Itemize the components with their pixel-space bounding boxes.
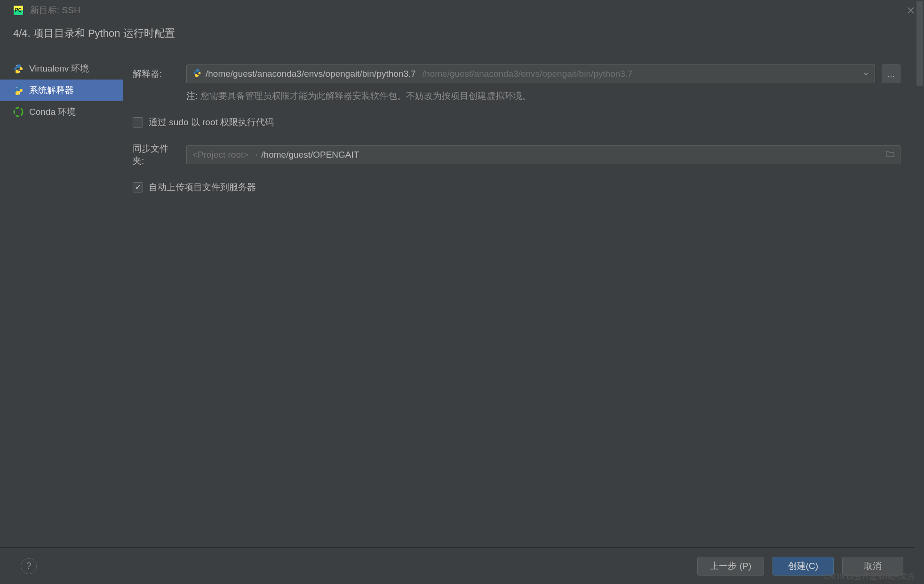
interpreter-label: 解释器: [133,68,180,80]
interpreter-note: 注: 您需要具备管理员权限才能为此解释器安装软件包。不妨改为按项目创建虚拟环境。 [133,90,900,102]
interpreter-dropdown[interactable]: /home/guest/anaconda3/envs/opengait/bin/… [186,64,875,83]
sidebar-item-virtualenv[interactable]: Virtualenv 环境 [0,58,123,80]
sidebar-item-label: Virtualenv 环境 [29,63,89,75]
svg-point-4 [19,72,20,72]
auto-upload-label: 自动上传项目文件到服务器 [149,181,256,193]
previous-button[interactable]: 上一步 (P) [697,557,764,576]
sync-prefix: <Project root> [192,150,248,160]
sidebar-item-label: 系统解释器 [29,84,74,96]
sidebar-item-system[interactable]: 系统解释器 [0,80,123,101]
sidebar: Virtualenv 环境 系统解释器 Conda 环境 [0,51,123,551]
interpreter-path: /home/guest/anaconda3/envs/opengait/bin/… [206,69,416,79]
python-icon [192,68,202,80]
svg-point-6 [19,93,20,94]
svg-text:PC: PC [15,8,22,13]
auto-upload-checkbox[interactable] [133,182,143,192]
sync-label: 同步文件夹: [133,143,180,167]
browse-button[interactable]: ... [882,64,900,83]
content-area: Virtualenv 环境 系统解释器 Conda 环境 解释器: /home/… [0,51,924,551]
sync-folder-field[interactable]: <Project root> → /home/guest/OPENGAIT [186,145,900,164]
note-prefix: 注: [186,91,198,101]
sudo-checkbox-label: 通过 sudo 以 root 权限执行代码 [149,116,274,128]
titlebar: PC 新目标: SSH [0,0,924,21]
sidebar-item-label: Conda 环境 [29,106,76,118]
interpreter-hint: /home/guest/anaconda3/envs/opengait/bin/… [422,69,633,79]
pycharm-icon: PC [13,5,24,16]
note-text: 您需要具备管理员权限才能为此解释器安装软件包。不妨改为按项目创建虚拟环境。 [198,91,531,101]
scrollbar-thumb[interactable] [916,1,923,86]
conda-icon [13,107,24,117]
sidebar-item-conda[interactable]: Conda 环境 [0,101,123,123]
sync-folder-row: 同步文件夹: <Project root> → /home/guest/OPEN… [133,143,900,167]
sudo-checkbox[interactable] [133,117,143,128]
svg-point-5 [16,87,17,88]
window-title: 新目标: SSH [30,4,80,16]
arrow-right-icon: → [250,150,259,160]
watermark: CSDN @云霄星乖乖的果冻 [823,572,915,582]
folder-icon[interactable] [886,150,894,160]
python-icon [13,85,24,96]
chevron-down-icon [863,69,869,79]
svg-point-7 [14,108,23,116]
close-icon[interactable] [907,7,915,14]
main-panel: 解释器: /home/guest/anaconda3/envs/opengait… [123,51,924,551]
help-button[interactable]: ? [21,558,37,574]
sudo-checkbox-row[interactable]: 通过 sudo 以 root 权限执行代码 [133,116,900,128]
auto-upload-checkbox-row[interactable]: 自动上传项目文件到服务器 [133,181,900,193]
scrollbar[interactable] [915,0,924,584]
step-header: 4/4. 项目目录和 Python 运行时配置 [0,21,924,51]
footer: ? 上一步 (P) 创建(C) 取消 [0,547,924,584]
python-icon [13,64,24,74]
interpreter-row: 解释器: /home/guest/anaconda3/envs/opengait… [133,64,900,83]
titlebar-left: PC 新目标: SSH [13,4,80,16]
svg-point-3 [16,65,17,66]
sync-path: /home/guest/OPENGAIT [261,150,359,160]
